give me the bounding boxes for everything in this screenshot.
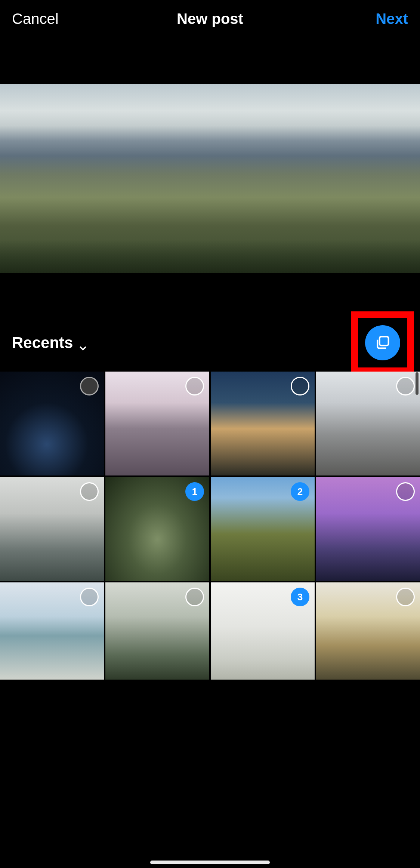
photo-thumbnail[interactable]: 3: [211, 582, 315, 680]
selection-badge[interactable]: 3: [291, 588, 309, 606]
photo-thumbnail[interactable]: [0, 582, 104, 680]
photo-thumbnail[interactable]: [105, 582, 209, 680]
svg-rect-0: [380, 336, 389, 345]
cancel-button[interactable]: Cancel: [12, 10, 59, 27]
selection-badge[interactable]: 1: [185, 482, 204, 501]
photo-thumbnail[interactable]: [0, 372, 104, 475]
selection-badge[interactable]: [80, 482, 99, 501]
album-select-button[interactable]: Recents: [12, 334, 88, 352]
photo-thumbnail[interactable]: [316, 372, 420, 475]
album-label: Recents: [12, 334, 73, 352]
scroll-indicator: [416, 372, 419, 395]
photo-thumbnail[interactable]: [316, 477, 420, 581]
selection-badge[interactable]: [185, 588, 204, 606]
selection-badge[interactable]: [80, 588, 99, 606]
page-title: New post: [177, 10, 243, 27]
preview-area[interactable]: [0, 38, 420, 319]
chevron-down-icon: [78, 339, 88, 348]
stacked-squares-icon: [374, 334, 391, 352]
selection-badge[interactable]: [80, 377, 99, 395]
next-button[interactable]: Next: [376, 10, 408, 27]
photo-thumbnail[interactable]: [0, 477, 104, 581]
photo-thumbnail[interactable]: 2: [211, 477, 315, 581]
photo-thumbnail[interactable]: [211, 372, 315, 475]
selection-badge[interactable]: [291, 377, 309, 395]
selection-badge[interactable]: 2: [291, 482, 309, 501]
photo-thumbnail[interactable]: [105, 372, 209, 475]
photo-thumbnail[interactable]: [316, 582, 420, 680]
header-bar: Cancel New post Next: [0, 0, 420, 38]
home-indicator: [150, 861, 270, 864]
selection-badge[interactable]: [396, 377, 415, 395]
preview-image: [0, 84, 420, 273]
photo-grid: 123: [0, 366, 420, 680]
photo-thumbnail[interactable]: 1: [105, 477, 209, 581]
selection-badge[interactable]: [396, 482, 415, 501]
annotation-highlight: [351, 311, 414, 374]
multi-select-button[interactable]: [365, 325, 400, 360]
album-picker-row: Recents: [0, 319, 420, 366]
selection-badge[interactable]: [185, 377, 204, 395]
selection-badge[interactable]: [396, 588, 415, 606]
